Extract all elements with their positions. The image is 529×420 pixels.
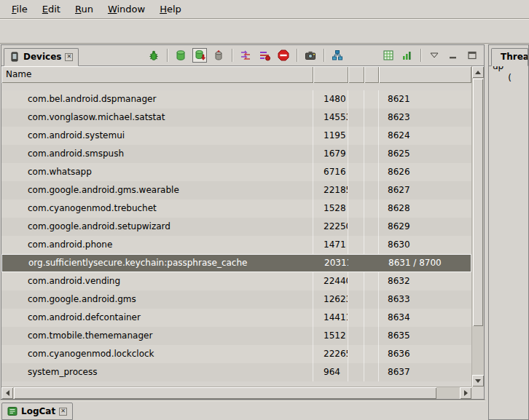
debug-process-icon[interactable] (146, 48, 161, 63)
view-menu-chevron-icon[interactable] (427, 48, 442, 63)
scroll-down-button[interactable] (472, 375, 484, 387)
toolbar-separator (297, 49, 297, 62)
menu-bar: File Edit Run Window Help (0, 0, 529, 19)
table-row[interactable]: com.google.android.gms.wearable 22185 86… (1, 181, 471, 199)
port-cell: 8630 (379, 236, 471, 254)
process-name-cell: com.google.android.setupwizard (1, 218, 313, 236)
table-row[interactable]: com.google.android.setupwizard 22250 862… (1, 218, 471, 236)
process-name-cell: com.tmobile.thememanager (1, 327, 313, 345)
threads-tabbar: Threads (489, 45, 528, 66)
column-header-port (379, 66, 471, 83)
blank-cell (348, 163, 364, 181)
stop-process-icon[interactable] (276, 48, 291, 63)
blank-cell (348, 181, 364, 199)
update-heap-icon[interactable] (173, 48, 188, 63)
port-cell: 8626 (379, 163, 471, 181)
pid-cell: 22185 (313, 181, 348, 199)
menu-window[interactable]: Window (101, 1, 152, 17)
column-header-blank2 (364, 66, 379, 83)
process-name-cell: system_process (1, 363, 313, 381)
device-icon (9, 52, 20, 62)
table-row[interactable]: com.android.vending 22440 8632 (1, 272, 471, 290)
scrollbar-corner (471, 387, 484, 399)
blank-cell (348, 90, 364, 108)
pid-cell: 1528 (313, 199, 348, 218)
table-row[interactable]: com.android.phone 1471 8630 (1, 236, 471, 254)
scroll-left-button[interactable] (1, 387, 13, 399)
cause-gc-icon[interactable] (211, 48, 226, 63)
threads-tab-label: Threads (501, 52, 528, 62)
main-toolbar-strip (0, 19, 529, 44)
horizontal-scroll-thumb[interactable] (14, 387, 436, 399)
table-row[interactable]: org.sufficientlysecure.keychain:passphra… (1, 254, 471, 272)
devices-tabbar: Devices ✕ (1, 45, 484, 66)
table-row[interactable]: com.cyanogenmod.trebuchet 1528 8628 (1, 199, 471, 218)
toolbar-separator (420, 49, 421, 62)
column-header-name[interactable]: Name (1, 66, 313, 83)
menu-edit[interactable]: Edit (35, 1, 68, 17)
table-row[interactable]: com.android.systemui 1195 8624 (1, 127, 471, 145)
pid-cell: 22440 (313, 272, 348, 290)
process-name-cell: com.google.android.gms.wearable (1, 181, 313, 199)
method-profiling-icon[interactable] (257, 48, 272, 63)
table-row[interactable]: com.cyanogenmod.lockclock 22265 8636 (1, 345, 471, 363)
scroll-right-button[interactable] (460, 387, 471, 399)
menu-run[interactable]: Run (68, 1, 101, 17)
blank-cell (364, 218, 379, 236)
sysinfo-update-icon[interactable] (400, 48, 415, 63)
maximize-icon[interactable] (465, 48, 479, 63)
process-name-cell: org.sufficientlysecure.keychain:passphra… (2, 255, 314, 272)
blank-cell (348, 363, 364, 381)
pid-cell: 22250 (313, 218, 348, 236)
blank-cell (348, 199, 364, 218)
port-cell: 8621 (379, 90, 471, 108)
tab-logcat[interactable]: LogCat ✕ (1, 403, 73, 420)
pid-cell: 1679 (313, 145, 348, 163)
table-row[interactable]: com.vonglasow.michael.satstat 14553 8623 (1, 108, 471, 127)
process-name-cell: com.whatsapp (1, 163, 313, 181)
capture-view-hierarchy-icon[interactable] (330, 48, 345, 63)
dump-hprof-icon[interactable] (192, 48, 207, 63)
system-info-icon[interactable] (381, 48, 396, 63)
pid-cell: 1480 (313, 90, 348, 108)
port-cell: 8635 (379, 327, 471, 345)
logcat-icon (7, 406, 17, 416)
table-row[interactable]: system_process 964 8637 (1, 363, 471, 381)
blank-cell (364, 163, 379, 181)
table-row[interactable]: com.bel.android.dspmanager 1480 8621 (1, 90, 471, 108)
close-icon[interactable]: ✕ (65, 53, 73, 61)
minimize-icon[interactable] (446, 48, 461, 63)
table-row[interactable]: com.android.defcontainer 14411 8634 (1, 309, 471, 327)
table-row[interactable]: com.tmobile.thememanager 1512 8635 (1, 327, 471, 345)
toolbar-separator (232, 49, 232, 62)
menu-file[interactable]: File (4, 1, 35, 17)
menu-help[interactable]: Help (152, 1, 189, 17)
toolbar-separator (167, 49, 168, 62)
tab-devices[interactable]: Devices ✕ (4, 48, 79, 66)
column-header-pid (313, 66, 348, 83)
table-row[interactable]: com.google.android.gms 12623 8633 (1, 290, 471, 309)
port-cell: 8631 / 8700 (380, 255, 471, 272)
update-threads-icon[interactable] (238, 48, 253, 63)
blank-cell (348, 127, 364, 145)
blank-cell (348, 345, 364, 363)
port-cell: 8628 (379, 199, 471, 218)
table-row[interactable]: com.android.smspush 1679 8625 (1, 145, 471, 163)
screen-capture-icon[interactable] (303, 48, 318, 63)
scroll-up-button[interactable] (472, 66, 484, 78)
logcat-view-strip: LogCat ✕ (0, 400, 485, 420)
devices-toolbar (146, 48, 484, 63)
table-row[interactable]: com.whatsapp 6716 8626 (1, 163, 471, 181)
pid-cell: 14553 (313, 108, 348, 127)
vertical-scrollbar[interactable] (471, 66, 484, 387)
port-cell: 8632 (379, 272, 471, 290)
tab-threads[interactable]: Threads (491, 48, 528, 66)
vertical-scroll-thumb[interactable] (473, 79, 483, 326)
pid-cell: 1195 (313, 127, 348, 145)
threads-view: Threads Thread up ( (488, 44, 529, 420)
close-icon[interactable]: ✕ (59, 408, 67, 416)
port-cell: 8636 (379, 345, 471, 363)
pid-cell: 964 (313, 363, 348, 381)
pid-cell: 1512 (313, 327, 348, 345)
horizontal-scrollbar[interactable] (1, 387, 471, 399)
